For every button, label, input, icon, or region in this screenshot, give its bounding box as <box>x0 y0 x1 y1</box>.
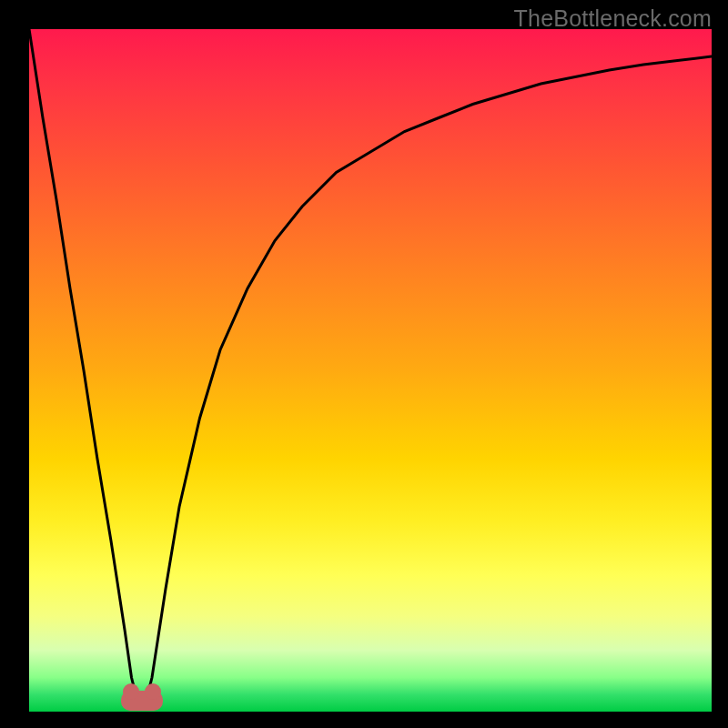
bottleneck-curve <box>29 29 712 712</box>
attribution-text: TheBottleneck.com <box>514 5 712 32</box>
curve-path <box>29 29 712 705</box>
optimal-marker <box>121 691 163 711</box>
chart-frame: TheBottleneck.com <box>0 0 728 728</box>
plot-area <box>29 29 712 712</box>
